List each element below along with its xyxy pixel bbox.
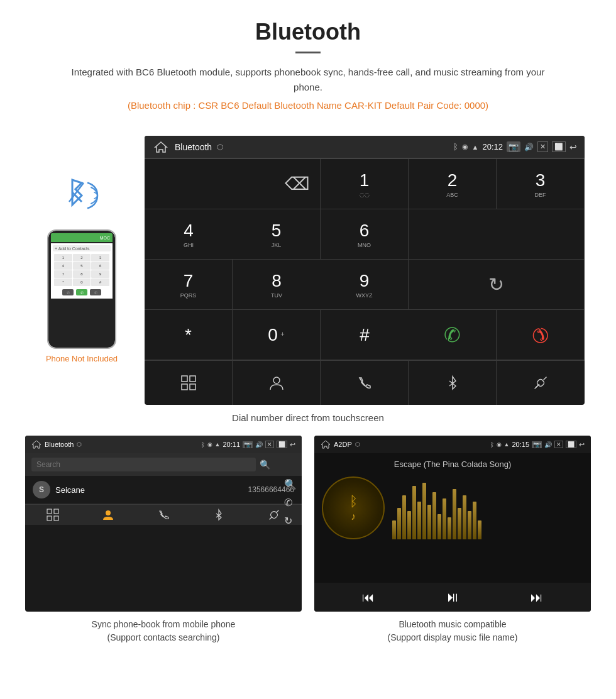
a2dp-bar [468, 511, 471, 539]
dial-call-green[interactable]: ✆ [409, 310, 497, 360]
dial-key-hash[interactable]: # [321, 310, 409, 360]
a2dp-caption-line2: (Support display music file name) [314, 631, 591, 644]
a2dp-bar [437, 514, 441, 539]
pb-phone-sidebar-icon[interactable]: ✆ [284, 497, 297, 509]
a2dp-win-icon[interactable]: ⬜ [566, 441, 576, 448]
a2dp-caption: Bluetooth music compatible (Support disp… [314, 618, 591, 644]
a2dp-close-icon[interactable]: ✕ [554, 441, 563, 448]
pb-search-icon[interactable]: 🔍 [260, 460, 270, 470]
link-icon [532, 375, 549, 391]
svg-rect-11 [47, 509, 52, 514]
pb-usb-icon: ⬡ [77, 441, 82, 448]
pb-phone-icon [157, 509, 170, 521]
pb-home-icon [31, 440, 41, 449]
phonebook-caption: Sync phone-book from mobile phone (Suppo… [25, 618, 302, 644]
a2dp-bar [412, 486, 416, 539]
pb-bt-button[interactable] [191, 509, 246, 521]
dial-key-0[interactable]: 0 + [233, 310, 321, 360]
svg-rect-7 [190, 384, 195, 390]
volume-icon[interactable]: 🔊 [524, 143, 534, 151]
a2dp-bar [432, 492, 436, 539]
toolbar-phone-button[interactable] [321, 361, 409, 405]
pb-avatar: S [33, 481, 50, 498]
pb-toolbar [25, 504, 302, 525]
pb-vol-icon[interactable]: 🔊 [255, 441, 263, 448]
dial-call-red[interactable]: ✆ [497, 310, 585, 360]
pb-search-input[interactable] [31, 458, 256, 471]
home-button[interactable] [152, 140, 170, 155]
phonebook-screenshot: Bluetooth ⬡ ᛒ ◉ ▲ 20:11 📷 🔊 ✕ ⬜ ↩ [25, 436, 302, 612]
pb-bt-icon: ᛒ [201, 441, 205, 448]
prev-button[interactable]: ⏮ [362, 590, 375, 605]
a2dp-bluetooth-music-icon: ᛒ [349, 493, 358, 510]
pb-refresh-sidebar-icon[interactable]: ↻ [284, 515, 297, 527]
pb-back-icon[interactable]: ↩ [290, 441, 295, 449]
dial-key-5[interactable]: 5 JKL [233, 209, 321, 260]
statusbar-left: Bluetooth ⬡ [152, 140, 223, 155]
page-title: Bluetooth [13, 19, 603, 45]
play-pause-button[interactable]: ⏯ [446, 589, 459, 605]
a2dp-section: A2DP ⬡ ᛒ ◉ ▲ 20:15 📷 🔊 ✕ ⬜ ↩ Escape (The [314, 436, 591, 644]
pb-grid-button[interactable] [25, 509, 80, 521]
dial-key-8[interactable]: 8 TUV [233, 260, 321, 310]
a2dp-caption-line1: Bluetooth music compatible [314, 618, 591, 631]
a2dp-controls: ⏮ ⏯ ⏭ [314, 583, 591, 612]
phone-icon [356, 375, 373, 391]
a2dp-vol-icon[interactable]: 🔊 [544, 441, 552, 448]
pb-search-sidebar-icon[interactable]: 🔍 [284, 478, 297, 490]
pb-contact-name: Seicane [55, 485, 243, 495]
dial-key-2[interactable]: 2 ABC [409, 159, 497, 209]
svg-rect-13 [47, 516, 52, 520]
back-icon[interactable]: ↩ [569, 142, 577, 152]
pb-loc-icon: ◉ [207, 441, 212, 448]
a2dp-bars [392, 476, 583, 539]
backspace-button[interactable]: ⌫ [285, 173, 310, 194]
pb-cam-icon[interactable]: 📷 [243, 441, 253, 448]
time-display: 20:12 [482, 142, 503, 151]
dial-caption: Dial number direct from touchscreen [0, 405, 616, 436]
pb-win-icon[interactable]: ⬜ [277, 441, 287, 448]
window-icon[interactable]: ⬜ [552, 141, 566, 152]
dial-screenshot: Bluetooth ⬡ ᛒ ◉ ▲ 20:12 📷 🔊 ✕ ⬜ ↩ 1 [145, 136, 585, 405]
dial-key-1[interactable]: 1 ◌◌ [321, 159, 409, 209]
dial-key-star[interactable]: * [145, 310, 233, 360]
a2dp-content: Escape (The Pina Colada Song) ᛒ ♪ [314, 453, 591, 583]
a2dp-screenshot: A2DP ⬡ ᛒ ◉ ▲ 20:15 📷 🔊 ✕ ⬜ ↩ Escape (The [314, 436, 591, 612]
toolbar-grid-button[interactable] [145, 361, 233, 405]
dial-key-6[interactable]: 6 MNO [321, 209, 409, 260]
a2dp-back-icon[interactable]: ↩ [579, 441, 585, 449]
pb-contact-row[interactable]: S Seicane 13566664466 [25, 476, 302, 504]
dial-key-7[interactable]: 7 PQRS [145, 260, 233, 310]
refresh-button[interactable]: ↻ [488, 273, 504, 295]
a2dp-cam-icon[interactable]: 📷 [532, 441, 542, 448]
title-divider [295, 52, 321, 53]
svg-marker-17 [321, 441, 330, 448]
a2dp-bar [443, 498, 446, 539]
pb-app-name: Bluetooth [45, 441, 74, 448]
a2dp-time: 20:15 [512, 441, 529, 448]
statusbar-right: ᛒ ◉ ▲ 20:12 📷 🔊 ✕ ⬜ ↩ [453, 141, 577, 152]
pb-phone-button[interactable] [136, 509, 191, 521]
pb-sig-icon: ▲ [215, 441, 221, 448]
toolbar-contacts-button[interactable] [233, 361, 321, 405]
statusbar-app-name: Bluetooth [175, 142, 212, 152]
dial-key-4[interactable]: 4 GHI [145, 209, 233, 260]
toolbar-bluetooth-button[interactable] [409, 361, 497, 405]
dial-caption-text: Dial number direct from touchscreen [232, 412, 384, 423]
page-description: Integrated with BC6 Bluetooth module, su… [63, 65, 553, 95]
a2dp-bar [402, 495, 406, 539]
dial-key-9[interactable]: 9 WXYZ [321, 260, 409, 310]
dial-display-row1: ⌫ [145, 159, 321, 209]
next-button[interactable]: ⏭ [531, 590, 543, 605]
dial-key-3[interactable]: 3 DEF [497, 159, 585, 209]
a2dp-bt-icon: ᛒ [490, 441, 494, 448]
a2dp-bar [453, 489, 456, 539]
svg-rect-4 [182, 376, 187, 382]
close-icon[interactable]: ✕ [537, 141, 548, 152]
pb-close-icon[interactable]: ✕ [265, 441, 274, 448]
camera-icon[interactable]: 📷 [507, 141, 520, 152]
pb-person-button[interactable] [80, 509, 136, 521]
svg-rect-5 [190, 376, 195, 382]
toolbar-link-button[interactable] [497, 361, 585, 405]
a2dp-bar [448, 517, 451, 539]
